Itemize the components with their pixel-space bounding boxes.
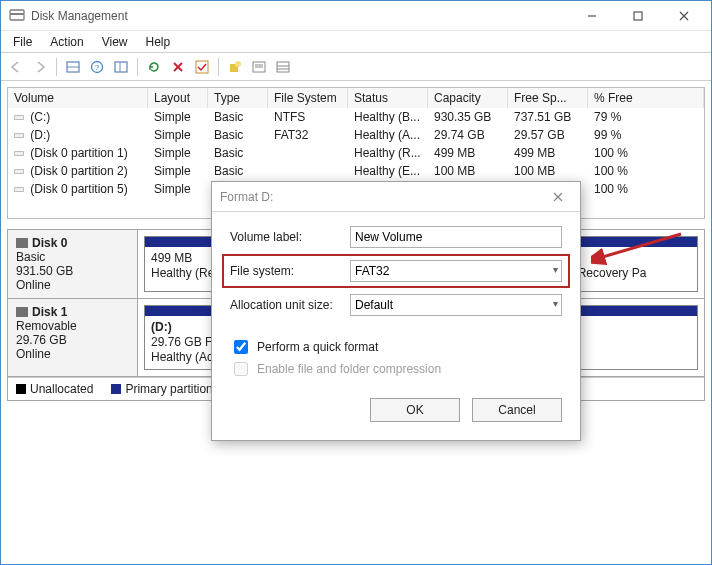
svg-rect-14 <box>196 61 208 73</box>
disk-size: 931.50 GB <box>16 264 73 278</box>
menu-help[interactable]: Help <box>138 33 179 51</box>
legend-unallocated: Unallocated <box>16 382 93 396</box>
legend-label: Unallocated <box>30 382 93 396</box>
ok-button[interactable]: OK <box>370 398 460 422</box>
view-button-2[interactable] <box>110 56 132 78</box>
volume-icon <box>14 109 24 119</box>
list-icon[interactable] <box>272 56 294 78</box>
svg-rect-1 <box>10 10 24 14</box>
minimize-button[interactable] <box>569 1 615 31</box>
disk-name: Disk 1 <box>32 305 67 319</box>
file-system-label: File system: <box>230 264 350 278</box>
volume-table-header: Volume Layout Type File System Status Ca… <box>8 88 704 108</box>
cancel-button[interactable]: Cancel <box>472 398 562 422</box>
partition-title: (D:) <box>151 320 172 334</box>
toolbar: ? <box>1 53 711 81</box>
allocation-unit-combo[interactable] <box>350 294 562 316</box>
menu-action[interactable]: Action <box>42 33 91 51</box>
legend-primary: Primary partition <box>111 382 212 396</box>
volume-icon <box>14 145 24 155</box>
dialog-titlebar: Format D: <box>212 182 580 212</box>
disk-state: Online <box>16 347 51 361</box>
svg-rect-24 <box>15 116 23 119</box>
checkbox-label: Enable file and folder compression <box>257 362 441 376</box>
toolbar-separator <box>56 58 57 76</box>
compression-input <box>234 362 248 376</box>
svg-rect-20 <box>277 62 289 72</box>
menu-file[interactable]: File <box>5 33 40 51</box>
disk-icon <box>16 307 28 317</box>
compression-checkbox: Enable file and folder compression <box>230 358 562 380</box>
svg-rect-28 <box>15 152 23 155</box>
toolbar-separator <box>137 58 138 76</box>
col-type[interactable]: Type <box>208 88 268 108</box>
table-row[interactable]: (Disk 0 partition 1)SimpleBasicHealthy (… <box>8 144 704 162</box>
disk-icon <box>16 238 28 248</box>
titlebar: Disk Management <box>1 1 711 31</box>
table-row[interactable]: (C:)SimpleBasicNTFSHealthy (B...930.35 G… <box>8 108 704 126</box>
svg-rect-10 <box>115 62 127 72</box>
svg-text:?: ? <box>95 63 100 72</box>
properties-icon[interactable] <box>248 56 270 78</box>
col-status[interactable]: Status <box>348 88 428 108</box>
allocation-unit-label: Allocation unit size: <box>230 298 350 312</box>
menubar: File Action View Help <box>1 31 711 53</box>
format-dialog: Format D: Volume label: File system: ▾ A… <box>211 181 581 441</box>
view-button-1[interactable] <box>62 56 84 78</box>
window-title: Disk Management <box>31 9 569 23</box>
table-row[interactable]: (Disk 0 partition 2)SimpleBasicHealthy (… <box>8 162 704 180</box>
check-button[interactable] <box>191 56 213 78</box>
disk-name: Disk 0 <box>32 236 67 250</box>
disk-state: Online <box>16 278 51 292</box>
col-fs[interactable]: File System <box>268 88 348 108</box>
disk-info-0[interactable]: Disk 0 Basic 931.50 GB Online <box>8 230 138 298</box>
back-button[interactable] <box>5 56 27 78</box>
disk-info-1[interactable]: Disk 1 Removable 29.76 GB Online <box>8 299 138 376</box>
close-window-button[interactable] <box>661 1 707 31</box>
toolbar-separator <box>218 58 219 76</box>
svg-rect-30 <box>15 170 23 173</box>
dialog-close-button[interactable] <box>544 192 572 202</box>
forward-button[interactable] <box>29 56 51 78</box>
volume-icon <box>14 163 24 173</box>
file-system-combo[interactable] <box>350 260 562 282</box>
col-layout[interactable]: Layout <box>148 88 208 108</box>
help-button[interactable]: ? <box>86 56 108 78</box>
disk-type: Removable <box>16 319 77 333</box>
refresh-button[interactable] <box>143 56 165 78</box>
maximize-button[interactable] <box>615 1 661 31</box>
svg-rect-26 <box>15 134 23 137</box>
button-label: OK <box>406 403 423 417</box>
col-volume[interactable]: Volume <box>8 88 148 108</box>
col-pctfree[interactable]: % Free <box>588 88 704 108</box>
delete-button[interactable] <box>167 56 189 78</box>
svg-rect-0 <box>10 14 24 20</box>
volume-icon <box>14 127 24 137</box>
button-label: Cancel <box>498 403 535 417</box>
menu-view[interactable]: View <box>94 33 136 51</box>
volume-icon <box>14 181 24 191</box>
checkbox-label: Perform a quick format <box>257 340 378 354</box>
quick-format-checkbox[interactable]: Perform a quick format <box>230 336 562 358</box>
svg-rect-32 <box>15 188 23 191</box>
col-free[interactable]: Free Sp... <box>508 88 588 108</box>
volume-label-input[interactable] <box>350 226 562 248</box>
dialog-title: Format D: <box>220 190 544 204</box>
legend-label: Primary partition <box>125 382 212 396</box>
legend-swatch-unallocated <box>16 384 26 394</box>
col-capacity[interactable]: Capacity <box>428 88 508 108</box>
quick-format-input[interactable] <box>234 340 248 354</box>
disk-type: Basic <box>16 250 45 264</box>
volume-label-label: Volume label: <box>230 230 350 244</box>
new-button[interactable] <box>224 56 246 78</box>
legend-swatch-primary <box>111 384 121 394</box>
file-system-row-highlight: File system: ▾ <box>222 254 570 288</box>
app-icon <box>9 8 25 24</box>
partition-size: 499 MB <box>151 251 192 265</box>
disk-size: 29.76 GB <box>16 333 67 347</box>
svg-rect-3 <box>634 12 642 20</box>
table-row[interactable]: (D:)SimpleBasicFAT32Healthy (A...29.74 G… <box>8 126 704 144</box>
svg-point-16 <box>235 61 241 67</box>
